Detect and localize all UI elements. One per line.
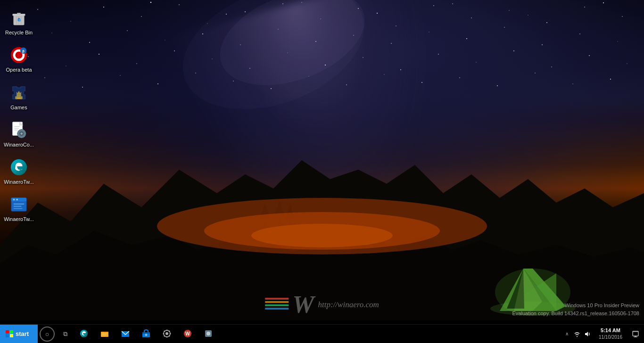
file-explorer-icon [100, 329, 109, 338]
svg-point-103 [20, 132, 23, 135]
svg-rect-144 [633, 331, 638, 332]
svg-rect-117 [14, 206, 22, 207]
edge-icon [80, 329, 88, 338]
win-square-bl [6, 334, 9, 337]
winaero-tweaker2-icon[interactable]: W WinaeroTw... [0, 191, 38, 226]
svg-point-132 [166, 336, 168, 337]
windows-logo-icon [6, 330, 13, 338]
opera-beta-icon[interactable]: β Opera beta [0, 42, 38, 77]
cortana-icon: ○ [45, 330, 49, 338]
svg-point-135 [164, 330, 165, 332]
settings-icon [163, 329, 171, 338]
svg-text:⊕: ⊕ [145, 333, 148, 336]
system-clock[interactable]: 5:14 AM 11/10/2016 [594, 325, 627, 343]
svg-point-142 [206, 332, 210, 335]
watermark-bars [265, 298, 289, 312]
svg-point-133 [163, 333, 165, 334]
svg-point-111 [11, 159, 27, 175]
svg-rect-105 [21, 136, 22, 138]
system-tray: ∧ [563, 325, 644, 343]
svg-point-114 [13, 199, 15, 201]
winaero-tweaker1-icon[interactable]: WinaeroTw... [0, 154, 38, 189]
network-tray-icon[interactable] [572, 327, 582, 341]
taskbar-store[interactable]: ⊕ [136, 325, 157, 343]
task-view-button[interactable]: ⧉ [57, 325, 74, 343]
recycle-bin-icon[interactable]: ♻ Recycle Bin [0, 5, 38, 40]
store-icon: ⊕ [142, 329, 150, 338]
games-image [9, 83, 28, 102]
taskbar: start ○ ⧉ [0, 324, 644, 343]
svg-rect-107 [24, 133, 26, 134]
svg-rect-118 [14, 208, 23, 209]
win-square-tr [10, 330, 13, 334]
opera-beta-label: Opera beta [6, 66, 32, 73]
notification-icon [632, 331, 639, 337]
taskbar-mail[interactable] [115, 325, 136, 343]
build-info: Windows 10 Pro Insider Preview Evaluatio… [512, 302, 640, 317]
svg-point-131 [166, 329, 168, 331]
app7-icon [204, 329, 213, 338]
winaero-config-image [9, 121, 28, 139]
app6-icon: W [183, 329, 192, 338]
watermark-logo-letter: W [292, 293, 314, 317]
watermark-container: W http://winaero.com [265, 293, 379, 317]
svg-rect-122 [102, 333, 107, 334]
svg-rect-123 [102, 335, 107, 335]
winaero-tweaker2-label: WinaeroTw... [4, 216, 34, 222]
desktop: ♻ Recycle Bin [0, 0, 644, 343]
taskbar-app7[interactable] [198, 325, 219, 343]
volume-icon [584, 331, 591, 337]
recycle-bin-label: Recycle Bin [5, 29, 33, 36]
svg-rect-106 [17, 133, 19, 134]
winaero-tweaker1-image [9, 158, 28, 177]
network-icon [574, 331, 580, 337]
cortana-button[interactable]: ○ [40, 327, 55, 342]
taskbar-app6[interactable]: W [177, 325, 198, 343]
winaero-config-icon[interactable]: WinaeroCo... [0, 117, 38, 152]
winaero-tweaker2-image: W [9, 195, 28, 214]
svg-text:W: W [185, 331, 190, 336]
tray-expand-button[interactable]: ∧ [563, 331, 570, 336]
svg-rect-124 [102, 336, 106, 336]
start-label: start [16, 330, 29, 337]
winaero-tweaker1-label: WinaeroTw... [4, 179, 34, 185]
volume-tray-icon[interactable] [583, 327, 592, 341]
mail-icon [121, 329, 130, 338]
start-button[interactable]: start [0, 325, 38, 343]
svg-point-136 [169, 335, 170, 336]
desktop-icons-container: ♻ Recycle Bin [0, 0, 38, 234]
opera-beta-image: β [9, 46, 28, 65]
svg-point-130 [165, 332, 168, 335]
games-label: Games [10, 104, 27, 111]
clock-date-placeholder: 11/10/2016 [599, 334, 622, 341]
svg-rect-116 [14, 204, 25, 205]
svg-point-120 [80, 330, 88, 337]
taskbar-settings[interactable] [157, 325, 177, 343]
watermark-url: http://winaero.com [318, 300, 379, 310]
svg-rect-104 [21, 129, 22, 131]
build-line1: Windows 10 Pro Insider Preview [512, 302, 640, 310]
build-line2: Evaluation copy. Build 14342.rs1_release… [512, 310, 640, 318]
svg-point-138 [164, 335, 165, 336]
task-view-icon: ⧉ [63, 330, 67, 338]
notification-button[interactable] [627, 325, 644, 343]
taskbar-apps: ⊕ [74, 325, 563, 343]
recycle-bin-image: ♻ [9, 8, 28, 27]
winaero-config-label: WinaeroCo... [4, 141, 34, 148]
win-square-tl [6, 330, 9, 334]
games-icon[interactable]: Games [0, 80, 38, 114]
svg-point-137 [169, 330, 170, 332]
svg-point-134 [170, 333, 171, 334]
tray-icons-group [570, 327, 594, 341]
svg-point-115 [16, 199, 18, 201]
svg-text:β: β [22, 49, 25, 54]
svg-rect-87 [17, 13, 21, 15]
clock-time: 5:14 AM [601, 327, 620, 334]
taskbar-edge[interactable] [74, 325, 94, 343]
taskbar-file-explorer[interactable] [94, 325, 115, 343]
win-square-br [10, 334, 13, 337]
